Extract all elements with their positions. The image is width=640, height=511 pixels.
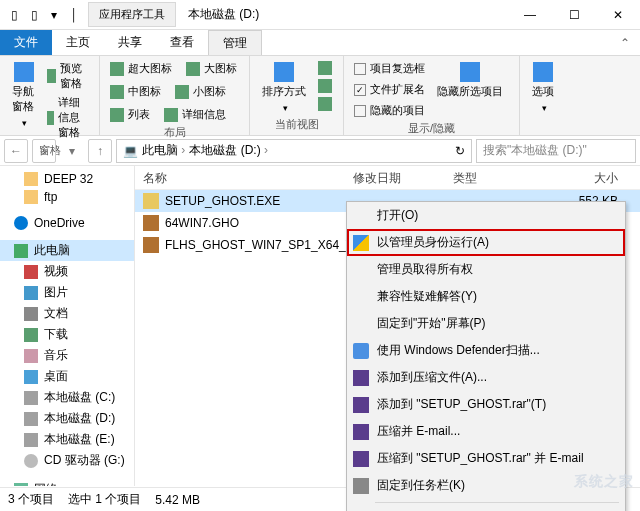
ctx-add-archive[interactable]: 添加到压缩文件(A)... (347, 364, 625, 391)
tree-item-drive-d[interactable]: 本地磁盘 (D:) (0, 408, 134, 429)
layout-extra-large[interactable]: 超大图标 大图标 (108, 60, 241, 77)
layout-list[interactable]: 列表 详细信息 (108, 106, 241, 123)
tree-item-cd[interactable]: CD 驱动器 (G:) (0, 450, 134, 471)
ctx-add-named-archive[interactable]: 添加到 "SETUP_GHOST.rar"(T) (347, 391, 625, 418)
col-date[interactable]: 修改日期 (353, 170, 453, 187)
close-button[interactable]: ✕ (596, 1, 640, 29)
ctx-zip-named-email[interactable]: 压缩到 "SETUP_GHOST.rar" 并 E-mail (347, 445, 625, 472)
video-icon (24, 265, 38, 279)
tree-item-drive-e[interactable]: 本地磁盘 (E:) (0, 429, 134, 450)
archive-icon (353, 424, 369, 440)
ctx-run-as-admin[interactable]: 以管理员身份运行(A) (347, 229, 625, 256)
details-icon (164, 108, 178, 122)
ctx-open[interactable]: 打开(O) (347, 202, 625, 229)
groupby-button[interactable] (316, 60, 334, 76)
grid-icon (110, 62, 124, 76)
tab-file[interactable]: 文件 (0, 30, 52, 55)
tree-item-pictures[interactable]: 图片 (0, 282, 134, 303)
refresh-icon[interactable]: ↻ (455, 144, 465, 158)
tree-item-network[interactable]: 网络 (0, 479, 134, 486)
addcol-button[interactable] (316, 78, 334, 94)
checkbox-icon (354, 105, 366, 117)
forward-button[interactable]: → (32, 139, 56, 163)
tab-view[interactable]: 查看 (156, 30, 208, 55)
checkbox-icon: ✓ (354, 84, 366, 96)
layout-medium[interactable]: 中图标 小图标 (108, 83, 241, 100)
cd-icon (24, 454, 38, 468)
ctx-take-ownership[interactable]: 管理员取得所有权 (347, 256, 625, 283)
tab-home[interactable]: 主页 (52, 30, 104, 55)
options-button[interactable]: 选项 (528, 60, 558, 129)
nav-pane-icon (14, 62, 34, 82)
file-name: FLHS_GHOST_WIN7_SP1_X64_V... (165, 238, 369, 252)
maximize-button[interactable]: ☐ (552, 1, 596, 29)
grid-icon (110, 85, 124, 99)
sort-icon (274, 62, 294, 82)
qat: ▯ ▯ ▾ │ (0, 7, 88, 23)
cloud-icon (14, 216, 28, 230)
fitcol-button[interactable] (316, 96, 334, 112)
tree-item-this-pc[interactable]: 此电脑 (0, 240, 134, 261)
folder-icon (24, 172, 38, 186)
file-ext-toggle[interactable]: ✓文件扩展名 (352, 81, 427, 98)
breadcrumb[interactable]: 💻 此电脑 本地磁盘 (D:) ↻ (116, 139, 472, 163)
tree-item-desktop[interactable]: 桌面 (0, 366, 134, 387)
context-menu: 打开(O) 以管理员身份运行(A) 管理员取得所有权 兼容性疑难解答(Y) 固定… (346, 201, 626, 511)
crumb-drive[interactable]: 本地磁盘 (D:) (189, 142, 268, 159)
up-button[interactable]: ↑ (88, 139, 112, 163)
tree-item-ftp[interactable]: ftp (0, 188, 134, 206)
item-checkbox-toggle[interactable]: 项目复选框 (352, 60, 427, 77)
hidden-items-toggle[interactable]: 隐藏的项目 (352, 102, 427, 119)
col-name[interactable]: 名称 (143, 170, 353, 187)
crumb-this-pc[interactable]: 此电脑 (142, 142, 185, 159)
minimize-button[interactable]: — (508, 1, 552, 29)
tree-item-deep32[interactable]: DEEP 32 (0, 170, 134, 188)
drive-icon: ▯ (6, 7, 22, 23)
ctx-compat[interactable]: 兼容性疑难解答(Y) (347, 283, 625, 310)
tab-share[interactable]: 共享 (104, 30, 156, 55)
tree-item-music[interactable]: 音乐 (0, 345, 134, 366)
drive-icon (24, 391, 38, 405)
tree-item-downloads[interactable]: 下载 (0, 324, 134, 345)
details-pane-button[interactable]: 详细信息窗格 (45, 94, 91, 141)
ribbon-context-tab[interactable]: 应用程序工具 (88, 2, 176, 27)
ctx-qq-send[interactable]: 通过QQ发送到 (347, 506, 625, 511)
ctx-pin-start[interactable]: 固定到"开始"屏幕(P) (347, 310, 625, 337)
watermark: 系统之家 (574, 473, 634, 491)
doc-icon: ▯ (26, 7, 42, 23)
pin-icon (353, 478, 369, 494)
group-label-layout: 布局 (108, 123, 241, 140)
nav-pane-button[interactable]: 导航窗格 (8, 60, 39, 141)
hide-icon (460, 62, 480, 82)
nav-tree: DEEP 32 ftp OneDrive 此电脑 视频 图片 文档 下载 音乐 … (0, 166, 135, 486)
tree-item-drive-c[interactable]: 本地磁盘 (C:) (0, 387, 134, 408)
separator (375, 502, 619, 503)
tree-item-onedrive[interactable]: OneDrive (0, 214, 134, 232)
back-button[interactable]: ← (4, 139, 28, 163)
gho-icon (143, 215, 159, 231)
status-selection: 选中 1 个项目 (68, 491, 141, 508)
file-name: SETUP_GHOST.EXE (165, 194, 369, 208)
tree-item-documents[interactable]: 文档 (0, 303, 134, 324)
checkbox-icon (354, 63, 366, 75)
picture-icon (24, 286, 38, 300)
folder-icon (24, 190, 38, 204)
col-type[interactable]: 类型 (453, 170, 543, 187)
tab-manage[interactable]: 管理 (208, 30, 262, 55)
group-label-showhide: 显示/隐藏 (352, 119, 511, 136)
recent-button[interactable]: ▾ (60, 139, 84, 163)
column-icon (318, 79, 332, 93)
status-size: 5.42 MB (155, 493, 200, 507)
hide-selected-button[interactable]: 隐藏所选项目 (433, 60, 507, 119)
ctx-defender-scan[interactable]: 使用 Windows Defender扫描... (347, 337, 625, 364)
ctx-zip-email[interactable]: 压缩并 E-mail... (347, 418, 625, 445)
file-name: 64WIN7.GHO (165, 216, 369, 230)
sort-button[interactable]: 排序方式 (258, 60, 310, 115)
tree-item-videos[interactable]: 视频 (0, 261, 134, 282)
preview-pane-button[interactable]: 预览窗格 (45, 60, 91, 92)
col-size[interactable]: 大小 (543, 170, 632, 187)
archive-icon (353, 451, 369, 467)
search-input[interactable]: 搜索"本地磁盘 (D:)" (476, 139, 636, 163)
ribbon-collapse-icon[interactable]: ⌃ (610, 30, 640, 55)
chevron-down-icon[interactable]: ▾ (46, 7, 62, 23)
